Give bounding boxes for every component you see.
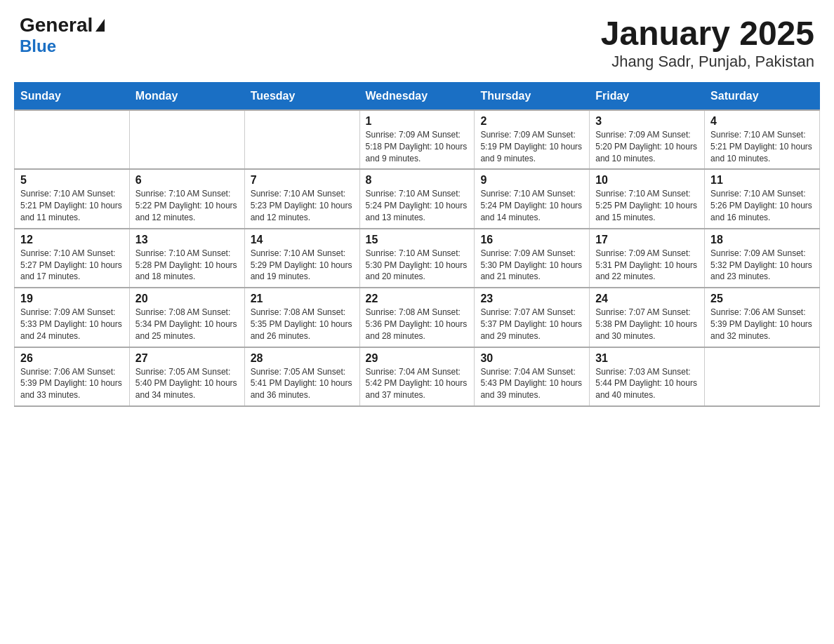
day-number: 12: [20, 234, 124, 246]
day-number: 2: [480, 115, 583, 128]
day-number: 1: [366, 115, 469, 128]
day-info: Sunrise: 7:10 AM Sunset: 5:24 PM Dayligh…: [480, 188, 583, 223]
day-number: 21: [251, 293, 354, 305]
day-number: 18: [710, 234, 814, 246]
day-info: Sunrise: 7:10 AM Sunset: 5:27 PM Dayligh…: [20, 248, 124, 283]
day-info: Sunrise: 7:10 AM Sunset: 5:24 PM Dayligh…: [366, 188, 469, 223]
day-number: 15: [366, 234, 469, 246]
calendar-table: SundayMondayTuesdayWednesdayThursdayFrid…: [14, 82, 820, 407]
day-number: 5: [20, 174, 124, 187]
calendar-cell: 25Sunrise: 7:06 AM Sunset: 5:39 PM Dayli…: [705, 288, 820, 347]
day-number: 30: [480, 352, 583, 365]
calendar-cell: 27Sunrise: 7:05 AM Sunset: 5:40 PM Dayli…: [129, 347, 244, 406]
day-info: Sunrise: 7:05 AM Sunset: 5:41 PM Dayligh…: [251, 366, 354, 401]
day-info: Sunrise: 7:06 AM Sunset: 5:39 PM Dayligh…: [20, 366, 124, 401]
day-number: 22: [366, 293, 469, 305]
day-info: Sunrise: 7:09 AM Sunset: 5:30 PM Dayligh…: [480, 248, 583, 283]
day-number: 14: [251, 234, 354, 246]
calendar-cell: 14Sunrise: 7:10 AM Sunset: 5:29 PM Dayli…: [244, 229, 359, 288]
day-number: 7: [251, 174, 354, 187]
calendar-cell: 16Sunrise: 7:09 AM Sunset: 5:30 PM Dayli…: [475, 229, 590, 288]
weekday-header: Thursday: [475, 83, 590, 111]
day-number: 13: [135, 234, 239, 246]
calendar-cell: 22Sunrise: 7:08 AM Sunset: 5:36 PM Dayli…: [359, 288, 475, 347]
calendar-cell: 29Sunrise: 7:04 AM Sunset: 5:42 PM Dayli…: [359, 347, 475, 406]
calendar-cell: 7Sunrise: 7:10 AM Sunset: 5:23 PM Daylig…: [244, 169, 359, 228]
calendar-cell: 20Sunrise: 7:08 AM Sunset: 5:34 PM Dayli…: [129, 288, 244, 347]
weekday-header: Friday: [590, 83, 705, 111]
calendar-cell: 13Sunrise: 7:10 AM Sunset: 5:28 PM Dayli…: [129, 229, 244, 288]
calendar-cell: 17Sunrise: 7:09 AM Sunset: 5:31 PM Dayli…: [590, 229, 705, 288]
day-info: Sunrise: 7:09 AM Sunset: 5:19 PM Dayligh…: [480, 129, 583, 164]
logo-general-text: General: [20, 14, 93, 36]
calendar-cell: 21Sunrise: 7:08 AM Sunset: 5:35 PM Dayli…: [244, 288, 359, 347]
calendar-cell: 10Sunrise: 7:10 AM Sunset: 5:25 PM Dayli…: [590, 169, 705, 228]
day-number: 9: [480, 174, 583, 187]
day-info: Sunrise: 7:10 AM Sunset: 5:23 PM Dayligh…: [251, 188, 354, 223]
calendar-week-row: 5Sunrise: 7:10 AM Sunset: 5:21 PM Daylig…: [15, 169, 820, 228]
day-info: Sunrise: 7:09 AM Sunset: 5:18 PM Dayligh…: [366, 129, 469, 164]
weekday-header: Monday: [129, 83, 244, 111]
weekday-header: Wednesday: [359, 83, 475, 111]
day-info: Sunrise: 7:07 AM Sunset: 5:38 PM Dayligh…: [595, 307, 699, 342]
day-number: 4: [710, 115, 814, 128]
day-info: Sunrise: 7:10 AM Sunset: 5:29 PM Dayligh…: [251, 248, 354, 283]
day-number: 23: [480, 293, 583, 305]
day-info: Sunrise: 7:04 AM Sunset: 5:42 PM Dayligh…: [366, 366, 469, 401]
day-number: 26: [20, 352, 124, 365]
calendar-cell: 2Sunrise: 7:09 AM Sunset: 5:19 PM Daylig…: [475, 110, 590, 169]
day-number: 28: [251, 352, 354, 365]
calendar-cell: 9Sunrise: 7:10 AM Sunset: 5:24 PM Daylig…: [475, 169, 590, 228]
calendar-cell: 8Sunrise: 7:10 AM Sunset: 5:24 PM Daylig…: [359, 169, 475, 228]
calendar-cell: 4Sunrise: 7:10 AM Sunset: 5:21 PM Daylig…: [705, 110, 820, 169]
day-info: Sunrise: 7:10 AM Sunset: 5:26 PM Dayligh…: [710, 188, 814, 223]
calendar-cell: [129, 110, 244, 169]
day-number: 16: [480, 234, 583, 246]
day-info: Sunrise: 7:08 AM Sunset: 5:35 PM Dayligh…: [251, 307, 354, 342]
day-info: Sunrise: 7:05 AM Sunset: 5:40 PM Dayligh…: [135, 366, 239, 401]
day-number: 25: [710, 293, 814, 305]
day-info: Sunrise: 7:10 AM Sunset: 5:22 PM Dayligh…: [135, 188, 239, 223]
page-header: General Blue January 2025 Jhang Sadr, Pu…: [14, 14, 820, 71]
weekday-header: Saturday: [705, 83, 820, 111]
weekday-header: Sunday: [15, 83, 130, 111]
calendar-week-row: 1Sunrise: 7:09 AM Sunset: 5:18 PM Daylig…: [15, 110, 820, 169]
day-info: Sunrise: 7:06 AM Sunset: 5:39 PM Dayligh…: [710, 307, 814, 342]
calendar-cell: [244, 110, 359, 169]
day-info: Sunrise: 7:04 AM Sunset: 5:43 PM Dayligh…: [480, 366, 583, 401]
calendar-cell: 11Sunrise: 7:10 AM Sunset: 5:26 PM Dayli…: [705, 169, 820, 228]
day-info: Sunrise: 7:10 AM Sunset: 5:30 PM Dayligh…: [366, 248, 469, 283]
calendar-cell: 19Sunrise: 7:09 AM Sunset: 5:33 PM Dayli…: [15, 288, 130, 347]
day-info: Sunrise: 7:09 AM Sunset: 5:33 PM Dayligh…: [20, 307, 124, 342]
calendar-cell: 15Sunrise: 7:10 AM Sunset: 5:30 PM Dayli…: [359, 229, 475, 288]
day-info: Sunrise: 7:08 AM Sunset: 5:36 PM Dayligh…: [366, 307, 469, 342]
day-info: Sunrise: 7:07 AM Sunset: 5:37 PM Dayligh…: [480, 307, 583, 342]
calendar-cell: 12Sunrise: 7:10 AM Sunset: 5:27 PM Dayli…: [15, 229, 130, 288]
calendar-cell: 31Sunrise: 7:03 AM Sunset: 5:44 PM Dayli…: [590, 347, 705, 406]
day-info: Sunrise: 7:08 AM Sunset: 5:34 PM Dayligh…: [135, 307, 239, 342]
calendar-cell: 5Sunrise: 7:10 AM Sunset: 5:21 PM Daylig…: [15, 169, 130, 228]
calendar-cell: 24Sunrise: 7:07 AM Sunset: 5:38 PM Dayli…: [590, 288, 705, 347]
calendar-header-row: SundayMondayTuesdayWednesdayThursdayFrid…: [15, 83, 820, 111]
day-number: 3: [595, 115, 699, 128]
day-number: 10: [595, 174, 699, 187]
day-number: 31: [595, 352, 699, 365]
calendar-week-row: 19Sunrise: 7:09 AM Sunset: 5:33 PM Dayli…: [15, 288, 820, 347]
day-number: 20: [135, 293, 239, 305]
day-number: 11: [710, 174, 814, 187]
title-block: January 2025 Jhang Sadr, Punjab, Pakista…: [601, 14, 814, 71]
weekday-header: Tuesday: [244, 83, 359, 111]
day-number: 24: [595, 293, 699, 305]
calendar-cell: 3Sunrise: 7:09 AM Sunset: 5:20 PM Daylig…: [590, 110, 705, 169]
calendar-cell: [15, 110, 130, 169]
day-info: Sunrise: 7:10 AM Sunset: 5:28 PM Dayligh…: [135, 248, 239, 283]
calendar-title: January 2025: [601, 14, 814, 53]
calendar-cell: 23Sunrise: 7:07 AM Sunset: 5:37 PM Dayli…: [475, 288, 590, 347]
calendar-cell: 26Sunrise: 7:06 AM Sunset: 5:39 PM Dayli…: [15, 347, 130, 406]
day-info: Sunrise: 7:10 AM Sunset: 5:21 PM Dayligh…: [20, 188, 124, 223]
calendar-cell: 18Sunrise: 7:09 AM Sunset: 5:32 PM Dayli…: [705, 229, 820, 288]
day-info: Sunrise: 7:03 AM Sunset: 5:44 PM Dayligh…: [595, 366, 699, 401]
day-number: 29: [366, 352, 469, 365]
calendar-cell: [705, 347, 820, 406]
day-number: 27: [135, 352, 239, 365]
